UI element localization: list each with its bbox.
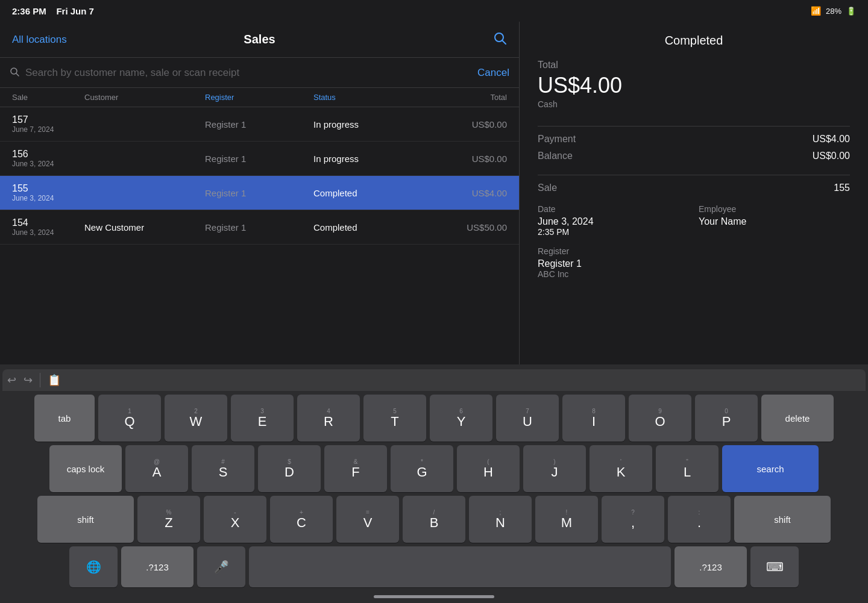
sale-number-value: 155 xyxy=(834,183,850,193)
key-v[interactable]: = V xyxy=(336,496,399,543)
balance-label: Balance xyxy=(538,151,573,161)
col-sale-header: Sale xyxy=(12,93,84,102)
employee-meta: Employee Your Name xyxy=(699,204,850,237)
sale-status-title: Completed xyxy=(538,34,850,48)
sale-info: 154 June 3, 2024 xyxy=(12,217,84,237)
col-register-header[interactable]: Register xyxy=(205,93,313,102)
register-value: Register 1 xyxy=(538,258,689,269)
key-n[interactable]: ; N xyxy=(469,496,532,543)
payment-label: Payment xyxy=(538,134,576,145)
kb-undo-button[interactable]: ↩ xyxy=(7,373,16,387)
key-c[interactable]: + C xyxy=(270,496,333,543)
register-label: Register xyxy=(538,246,689,256)
table-header: Sale Customer Register Status Total xyxy=(0,88,519,107)
key-y[interactable]: 6 Y xyxy=(430,395,492,442)
search-bar: Cancel xyxy=(0,58,519,88)
kb-divider xyxy=(40,373,40,387)
register-name: Register 1 xyxy=(205,188,313,198)
keyboard-row-4: 🌐 .?123 🎤 .?123 ⌨ xyxy=(5,546,863,587)
mic-key[interactable]: 🎤 xyxy=(197,546,245,587)
divider xyxy=(538,126,850,127)
battery-icon: 🔋 xyxy=(846,7,856,16)
search-button[interactable] xyxy=(492,31,507,49)
num123-right-key[interactable]: .?123 xyxy=(675,546,747,587)
wifi-icon: 📶 xyxy=(811,6,821,16)
key-z[interactable]: % Z xyxy=(137,496,200,543)
key-o[interactable]: 9 O xyxy=(629,395,691,442)
total-value: US$50.00 xyxy=(422,222,507,233)
table-row[interactable]: 155 June 3, 2024 Register 1 Completed US… xyxy=(0,176,519,210)
key-a[interactable]: @ A xyxy=(125,445,188,492)
shift-right-key[interactable]: shift xyxy=(734,496,831,543)
employee-value: Your Name xyxy=(699,216,850,227)
delete-key[interactable]: delete xyxy=(761,395,834,442)
key-e[interactable]: 3 E xyxy=(231,395,294,442)
key-u[interactable]: 7 U xyxy=(496,395,559,442)
register-name: Register 1 xyxy=(205,154,313,164)
globe-key[interactable]: 🌐 xyxy=(69,546,118,587)
sale-info: 155 June 3, 2024 xyxy=(12,183,84,202)
num123-left-key[interactable]: .?123 xyxy=(121,546,193,587)
total-value: US$4.00 xyxy=(422,188,507,198)
status-value: Completed xyxy=(313,222,422,233)
table-row[interactable]: 156 June 3, 2024 Register 1 In progress … xyxy=(0,142,519,176)
key-h[interactable]: ( H xyxy=(457,445,520,492)
key-l[interactable]: " L xyxy=(656,445,719,492)
key-comma[interactable]: ? , xyxy=(602,496,664,543)
table-row[interactable]: 157 June 7, 2024 Register 1 In progress … xyxy=(0,107,519,142)
caps-lock-key[interactable]: caps lock xyxy=(49,445,122,492)
key-g[interactable]: * G xyxy=(391,445,453,492)
balance-value: US$0.00 xyxy=(813,151,850,161)
kb-paste-button[interactable]: 📋 xyxy=(48,373,61,387)
space-key[interactable] xyxy=(249,546,671,587)
key-q[interactable]: 1 Q xyxy=(98,395,161,442)
tab-key[interactable]: tab xyxy=(34,395,95,442)
total-label: Total xyxy=(538,60,850,70)
key-j[interactable]: ) J xyxy=(523,445,586,492)
key-w[interactable]: 2 W xyxy=(165,395,227,442)
key-m[interactable]: ! M xyxy=(535,496,598,543)
key-f[interactable]: & F xyxy=(324,445,387,492)
meta-grid: Date June 3, 2024 2:35 PM Employee Your … xyxy=(538,204,850,279)
key-b[interactable]: / B xyxy=(403,496,465,543)
status-value: In progress xyxy=(313,119,422,130)
key-i[interactable]: 8 I xyxy=(562,395,625,442)
sale-info: 157 June 7, 2024 xyxy=(12,114,84,134)
status-right: 📶 28% 🔋 xyxy=(811,6,856,16)
keyboard-row-3: shift % Z - X + C = V / B ; xyxy=(5,496,863,543)
shift-left-key[interactable]: shift xyxy=(37,496,134,543)
keyboard-rows: tab 1 Q 2 W 3 E 4 R 5 T 6 xyxy=(2,392,866,590)
total-sub: Cash xyxy=(538,99,850,109)
svg-line-3 xyxy=(16,73,19,76)
keyboard: ↩ ↪ 📋 tab 1 Q 2 W 3 E 4 R xyxy=(0,364,868,603)
key-period[interactable]: : . xyxy=(668,496,731,543)
search-icon xyxy=(10,67,19,79)
key-x[interactable]: - X xyxy=(204,496,266,543)
key-s[interactable]: # S xyxy=(192,445,254,492)
key-d[interactable]: $ D xyxy=(258,445,321,492)
key-p[interactable]: 0 P xyxy=(695,395,758,442)
col-status-header[interactable]: Status xyxy=(313,93,422,102)
payment-row: Payment US$4.00 xyxy=(538,134,850,145)
table-row[interactable]: 154 June 3, 2024 New Customer Register 1… xyxy=(0,210,519,245)
key-r[interactable]: 4 R xyxy=(297,395,360,442)
key-t[interactable]: 5 T xyxy=(363,395,426,442)
kb-redo-button[interactable]: ↪ xyxy=(24,373,33,387)
total-section: Total US$4.00 Cash xyxy=(538,60,850,109)
sale-number: 154 xyxy=(12,217,84,228)
sale-number: 157 xyxy=(12,114,84,125)
total-amount: US$4.00 xyxy=(538,73,850,98)
status-bar: 2:36 PM Fri Jun 7 📶 28% 🔋 xyxy=(0,0,868,22)
divider xyxy=(538,175,850,175)
status-date: Fri Jun 7 xyxy=(56,6,94,16)
keyboard-dismiss-key[interactable]: ⌨ xyxy=(750,546,799,587)
cancel-button[interactable]: Cancel xyxy=(477,67,509,79)
all-locations-link[interactable]: All locations xyxy=(12,34,67,46)
date-label: Date xyxy=(538,204,689,214)
status-time-date: 2:36 PM Fri Jun 7 xyxy=(12,6,94,16)
sale-date: June 3, 2024 xyxy=(12,228,84,237)
key-k[interactable]: ' K xyxy=(590,445,652,492)
search-input[interactable] xyxy=(25,67,471,79)
search-key[interactable]: search xyxy=(722,445,819,492)
status-value: Completed xyxy=(313,188,422,198)
